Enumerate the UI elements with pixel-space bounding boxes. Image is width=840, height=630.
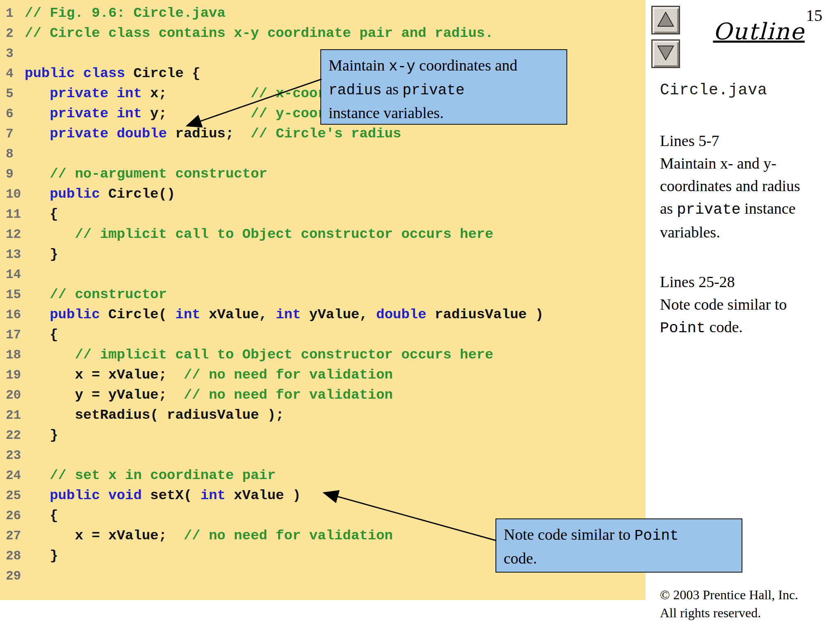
copyright-line-2: All rights reserved. [660,604,798,622]
code-text: // no-argument constructor [25,164,267,184]
line-number: 19 [0,365,25,385]
line-number: 26 [0,506,25,526]
line-number: 20 [0,385,25,405]
code-text: // Fig. 9.6: Circle.java [25,3,226,23]
callout-maintain-private: Maintain x-y coordinates andradius as pr… [320,49,567,125]
code-text: public void setX( int xValue ) [25,486,301,506]
code-text: // implicit call to Object constructor o… [25,345,493,365]
code-text: setRadius( radiusValue ); [25,405,284,425]
code-text: } [25,546,58,566]
code-token [25,287,50,302]
keyword-token: public [50,186,100,202]
text-run: Note code similar to [660,296,787,313]
code-line: 11 { [0,204,646,224]
code-text: } [25,425,58,445]
line-number: 12 [0,224,25,244]
line-number: 21 [0,405,25,425]
code-token [25,166,50,182]
code-text: { [25,506,58,526]
line-number: 2 [0,23,25,43]
keyword-token: private double [50,126,167,142]
code-token: Circle { [125,66,201,81]
line-number: 25 [0,486,25,506]
code-token: Circle( [100,307,176,322]
line-number: 22 [0,425,25,445]
down-arrow-icon [657,45,675,63]
comment-token: // implicit call to Object constructor o… [75,226,493,242]
code-line: 1// Fig. 9.6: Circle.java [0,3,646,23]
code-line: 10 public Circle() [0,184,646,204]
code-token: } [25,548,58,564]
comment-token: // Circle class contains x-y coordinate … [25,25,493,41]
code-line: 18 // implicit call to Object constructo… [0,345,646,365]
code-text: public Circle() [25,184,175,204]
keyword-token: public void [50,488,142,503]
code-line: 22 } [0,425,646,445]
line-number: 15 [0,285,25,305]
code-term: Point [660,320,705,337]
slide: 1// Fig. 9.6: Circle.java2// Circle clas… [0,0,840,630]
code-token: x = xValue; [25,367,184,383]
code-token: setRadius( radiusValue ); [25,407,284,423]
text-run: coordinates and [415,57,518,74]
text-run: code. [705,318,743,336]
keyword-token: int [276,307,301,322]
scroll-up-button[interactable] [651,6,680,34]
code-text: // set x in coordinate pair [25,466,276,486]
code-term: private [402,82,464,99]
line-number: 29 [0,566,25,586]
code-token: { [25,508,58,523]
code-token: xValue, [201,307,276,322]
code-token: x; [142,86,251,101]
comment-token: // implicit call to Object constructor o… [75,347,493,363]
line-number: 17 [0,325,25,345]
code-text: x = xValue; // no need for validation [25,365,393,385]
note-lines-25-28: Lines 25-28Note code similar toPoint cod… [660,271,840,340]
file-label: Circle.java [660,81,767,99]
comment-token: // set x in coordinate pair [50,468,276,483]
text-run: as [660,200,677,217]
code-text: // constructor [25,285,167,305]
code-line: 8 [0,144,646,164]
code-token [25,126,50,142]
keyword-token: double [376,307,426,322]
text-run: as [382,80,403,98]
text-run: coordinates and radius [660,177,800,194]
line-number: 18 [0,345,25,365]
code-text: public class Circle { [25,64,200,84]
code-line: 9 // no-argument constructor [0,164,646,184]
text-run: Maintain [329,57,389,74]
line-number: 28 [0,546,25,566]
keyword-token: int [200,488,225,503]
code-token: radius; [167,126,251,142]
code-token: Circle() [100,186,176,202]
line-number: 24 [0,466,25,486]
code-line: 24 // set x in coordinate pair [0,466,646,486]
code-token: } [25,247,58,262]
code-text: } [25,244,58,265]
code-line: 14 [0,265,646,285]
code-token: y; [142,106,251,121]
keyword-token: private int [50,106,142,121]
line-number: 5 [0,84,25,104]
outline-title: Outline [689,18,829,45]
line-number: 14 [0,265,25,285]
code-token: yValue, [301,307,376,322]
code-token [25,186,50,202]
code-text: // Circle class contains x-y coordinate … [25,23,493,43]
code-text: private double radius; // Circle's radiu… [25,124,401,144]
code-text: // implicit call to Object constructor o… [25,224,493,244]
code-token [25,488,50,503]
comment-token: // no need for validation [184,367,393,383]
line-number: 23 [0,445,25,466]
text-run: instance [741,200,796,217]
scroll-down-button[interactable] [651,39,680,68]
code-token: x = xValue; [25,528,184,543]
code-token [25,226,75,242]
keyword-token: public [50,307,100,322]
callout-note-point: Note code similar to Pointcode. [495,518,742,573]
text-run: Lines 5-7 [660,132,719,149]
line-number: 6 [0,104,25,124]
up-arrow-icon [657,11,675,29]
line-number: 10 [0,184,25,204]
